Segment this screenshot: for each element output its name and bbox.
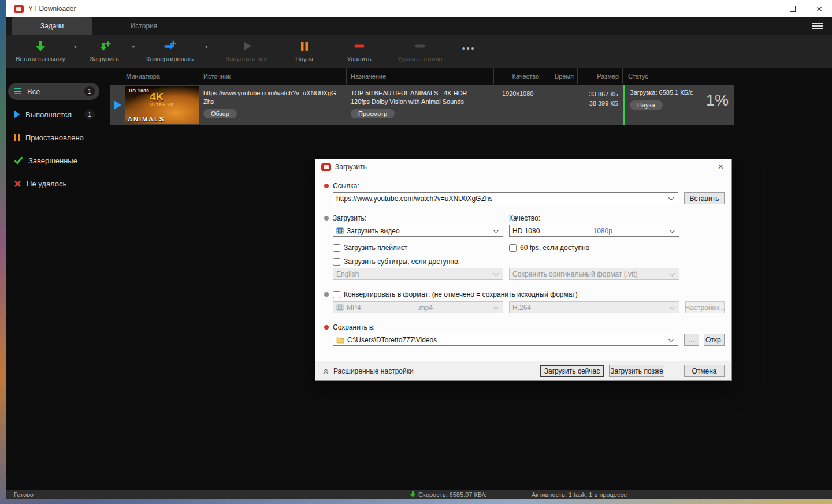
link-combobox[interactable]: https://www.youtube.com/watch?v=uXNU0XgG… <box>333 192 678 204</box>
subtitles-checkbox-input[interactable] <box>333 258 340 266</box>
tab-history[interactable]: История <box>92 17 195 35</box>
save-path-combobox[interactable]: C:\Users\DToretto777\Videos <box>333 334 678 346</box>
save-path-value: C:\Users\DToretto777\Videos <box>347 336 437 344</box>
download-label: Загрузить: <box>333 214 366 222</box>
speed-down-icon <box>410 491 415 498</box>
convert-extension: .mp4 <box>418 304 438 312</box>
sidebar-item-paused[interactable]: Приостановлено <box>8 129 99 146</box>
sidebar-item-running[interactable]: Выполняется 1 <box>8 106 99 123</box>
chevron-down-icon <box>670 304 675 309</box>
convert-checkbox[interactable]: Конвертировать в формат: (не отмечено = … <box>333 290 578 298</box>
download-now-button[interactable]: Загрузить сейчас <box>540 365 604 377</box>
download-type-combobox[interactable]: Загрузить видео <box>333 225 503 237</box>
sidebar: Все 1 Выполняется 1 Приостановлено Завер… <box>6 68 110 490</box>
header-quality[interactable]: Качество <box>494 68 543 84</box>
convert-checkbox-input[interactable] <box>333 291 340 298</box>
paste-button[interactable]: Вставить <box>684 192 725 204</box>
download-later-button[interactable]: Загрузить позже <box>609 365 664 377</box>
size-total: 38 399 КБ <box>578 99 618 109</box>
header-time[interactable]: Время <box>543 68 578 84</box>
convert-dropdown-chevron[interactable]: ▾ <box>205 44 208 50</box>
download-arrow-icon <box>34 40 47 53</box>
minus-gray-icon <box>414 40 426 53</box>
header-thumbnail[interactable]: Миниатюра <box>110 68 199 84</box>
table-row[interactable]: HD 1080 4K ULTRA HD ANIMALS https://www.… <box>110 85 734 125</box>
quality-badge: 1080p <box>593 227 617 235</box>
all-tasks-icon <box>14 88 22 94</box>
header-status[interactable]: Статус <box>623 68 734 84</box>
preview-button[interactable]: Просмотр <box>351 109 395 118</box>
thumb-hd-badge: HD 1080 <box>127 88 151 94</box>
section-dot <box>324 292 329 297</box>
minus-icon <box>353 40 366 53</box>
download-dialog: Загрузить × Ссылка: https://www.youtube.… <box>315 159 732 381</box>
delete-completed-button: Удалить готово <box>388 35 452 68</box>
overview-button[interactable]: Обзор <box>203 109 237 118</box>
tabbar: Задачи История <box>6 17 832 35</box>
download-plus-icon <box>98 40 111 53</box>
chevron-down-icon[interactable] <box>668 336 674 342</box>
dialog-app-icon <box>321 163 331 171</box>
pause-icon <box>298 40 311 53</box>
download-button[interactable]: Загрузить <box>78 35 131 68</box>
minimize-button[interactable] <box>762 4 771 13</box>
convert-button[interactable]: Конвертировать <box>136 35 204 68</box>
chevron-down-icon[interactable] <box>668 195 674 200</box>
play-icon <box>240 40 253 53</box>
sidebar-item-failed[interactable]: Не удалось <box>8 175 99 192</box>
link-label: Ссылка: <box>333 182 359 190</box>
playlist-checkbox[interactable]: Загрузить плейлист <box>333 244 509 252</box>
close-button[interactable]: × <box>815 4 824 13</box>
header-destination[interactable]: Назначение <box>347 68 494 84</box>
sidebar-item-label: Выполняется <box>25 110 72 119</box>
progress-percent: 1% <box>706 92 729 110</box>
advanced-settings-toggle[interactable]: Расширенные настройки <box>322 367 414 375</box>
required-dot <box>324 184 329 188</box>
save-label: Сохранить в: <box>333 323 375 331</box>
pause-button[interactable]: Пауза <box>278 35 330 68</box>
row-play-icon[interactable] <box>114 100 121 110</box>
dialog-close-icon[interactable]: × <box>716 162 726 171</box>
row-quality: 1920x1080 <box>494 85 543 125</box>
double-chevron-up-icon <box>322 368 329 375</box>
running-play-icon <box>14 110 20 118</box>
more-button[interactable]: ••• <box>452 35 486 68</box>
fps-checkbox[interactable]: 60 fps, если доступно <box>509 244 589 252</box>
section-dot <box>324 216 329 221</box>
subtitles-checkbox[interactable]: Загрузить субтитры, если доступно: <box>333 257 460 266</box>
header-size[interactable]: Размер <box>578 68 623 84</box>
sidebar-item-label: Не удалось <box>27 180 66 188</box>
start-all-button: Запустить все <box>215 35 278 68</box>
video-thumbnail[interactable]: HD 1080 4K ULTRA HD ANIMALS <box>125 86 199 124</box>
convert-codec-combobox: H.264 <box>509 301 679 313</box>
cancel-button[interactable]: Отмена <box>684 365 725 377</box>
film-icon <box>336 304 344 311</box>
count-badge: 1 <box>84 86 95 96</box>
row-pause-button[interactable]: Пауза <box>630 100 663 110</box>
source-url: https://www.youtube.com/watch?v=uXNU0XgG… <box>203 89 340 106</box>
dialog-footer: Расширенные настройки Загрузить сейчас З… <box>315 361 731 380</box>
tab-tasks[interactable]: Задачи <box>12 17 92 35</box>
sidebar-item-all[interactable]: Все 1 <box>8 83 99 100</box>
fps-checkbox-input[interactable] <box>509 244 517 252</box>
sidebar-item-completed[interactable]: Завершенные <box>8 152 99 169</box>
thumb-ultra-label: ULTRA HD <box>150 103 174 106</box>
sidebar-item-label: Завершенные <box>28 156 77 165</box>
dialog-titlebar: Загрузить × <box>315 159 731 174</box>
delete-button[interactable]: Удалить <box>330 35 388 68</box>
open-folder-button[interactable]: Откр. <box>704 334 725 346</box>
header-source[interactable]: Источник <box>199 68 347 84</box>
quality-combobox[interactable]: HD 1080 1080p <box>509 225 679 237</box>
maximize-button[interactable] <box>788 4 797 13</box>
download-dropdown-chevron[interactable]: ▾ <box>132 44 135 50</box>
chevron-down-icon[interactable] <box>493 227 499 233</box>
paste-link-button[interactable]: Вставить ссылку <box>8 35 73 68</box>
menu-icon[interactable] <box>812 23 823 29</box>
app-icon <box>14 5 24 13</box>
playlist-checkbox-input[interactable] <box>333 244 340 252</box>
status-ready: Готово <box>14 491 34 498</box>
browse-button[interactable]: ... <box>684 334 699 346</box>
toolbar: Вставить ссылку ▾ Загрузить ▾ Конвертиро… <box>6 35 832 68</box>
paste-link-dropdown-chevron[interactable]: ▾ <box>74 44 77 50</box>
chevron-down-icon[interactable] <box>670 227 675 233</box>
